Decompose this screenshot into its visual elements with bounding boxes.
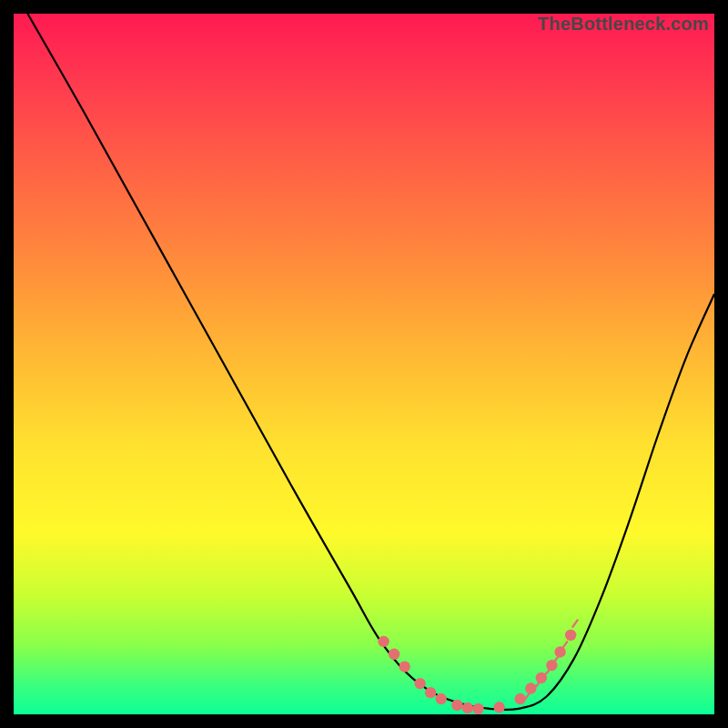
highlight-point	[451, 700, 462, 711]
chart-frame: TheBottleneck.com	[14, 14, 714, 714]
highlight-point	[425, 687, 436, 698]
highlight-point	[554, 646, 565, 657]
highlight-point	[399, 661, 410, 672]
highlight-point	[546, 660, 557, 671]
bottleneck-curve	[27, 14, 714, 710]
highlight-point	[515, 693, 526, 704]
highlight-point	[536, 672, 547, 683]
highlight-point	[389, 649, 399, 660]
highlight-point	[414, 678, 425, 689]
highlight-point	[472, 703, 483, 714]
highlight-point	[462, 703, 473, 713]
highlight-point	[565, 630, 576, 641]
highlight-point	[378, 636, 389, 647]
tick-mark	[572, 620, 577, 626]
highlight-point	[493, 702, 504, 713]
chart-svg	[14, 14, 714, 714]
highlight-point	[436, 693, 447, 704]
highlight-point	[525, 682, 536, 693]
curve-group	[27, 14, 714, 710]
